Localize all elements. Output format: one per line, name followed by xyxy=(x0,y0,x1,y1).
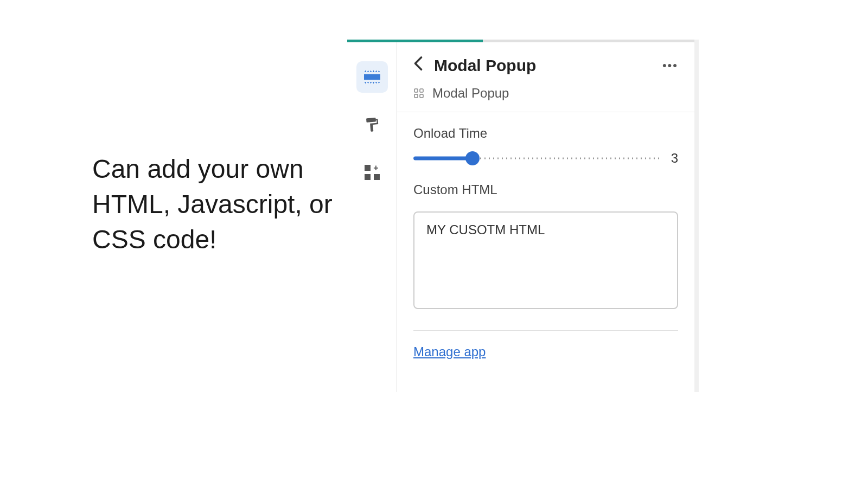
manage-app-link[interactable]: Manage app xyxy=(413,344,486,359)
rail-section-icon[interactable] xyxy=(356,61,388,93)
chevron-left-icon xyxy=(413,56,423,71)
custom-html-input[interactable] xyxy=(413,211,678,309)
slider-thumb[interactable] xyxy=(465,151,480,165)
custom-html-field: Custom HTML xyxy=(397,171,694,197)
side-rail: + xyxy=(347,40,397,392)
panel-title: Modal Popup xyxy=(434,56,662,75)
apps-grid-icon: + xyxy=(365,165,380,180)
breadcrumb[interactable]: Modal Popup xyxy=(397,86,694,112)
rail-apps-icon[interactable]: + xyxy=(356,157,388,188)
component-icon xyxy=(413,88,424,99)
scrollbar-track[interactable] xyxy=(694,40,699,392)
rail-style-icon[interactable] xyxy=(356,109,388,140)
settings-panel: + Modal Popup ••• Modal Popup Onloa xyxy=(347,40,694,392)
onload-time-label: Onload Time xyxy=(413,126,678,141)
footer-divider xyxy=(413,330,678,331)
onload-time-slider[interactable] xyxy=(413,152,660,165)
dots-horizontal-icon: ••• xyxy=(662,59,678,72)
svg-rect-3 xyxy=(420,94,423,98)
panel-header: Modal Popup ••• xyxy=(397,40,694,86)
more-options-button[interactable]: ••• xyxy=(662,59,678,73)
custom-html-label: Custom HTML xyxy=(413,182,678,197)
slider-fill xyxy=(413,157,473,160)
onload-time-field: Onload Time 3 xyxy=(397,112,694,171)
onload-time-value: 3 xyxy=(671,151,678,166)
svg-rect-2 xyxy=(414,94,418,98)
section-icon xyxy=(364,70,380,84)
svg-rect-0 xyxy=(414,89,418,92)
back-button[interactable] xyxy=(413,56,423,75)
paint-roller-icon xyxy=(363,116,381,134)
main-panel: Modal Popup ••• Modal Popup Onload Time xyxy=(397,40,694,392)
svg-rect-1 xyxy=(420,89,423,92)
breadcrumb-label: Modal Popup xyxy=(432,86,509,101)
slide-caption: Can add your own HTML, Javascript, or CS… xyxy=(92,152,336,257)
